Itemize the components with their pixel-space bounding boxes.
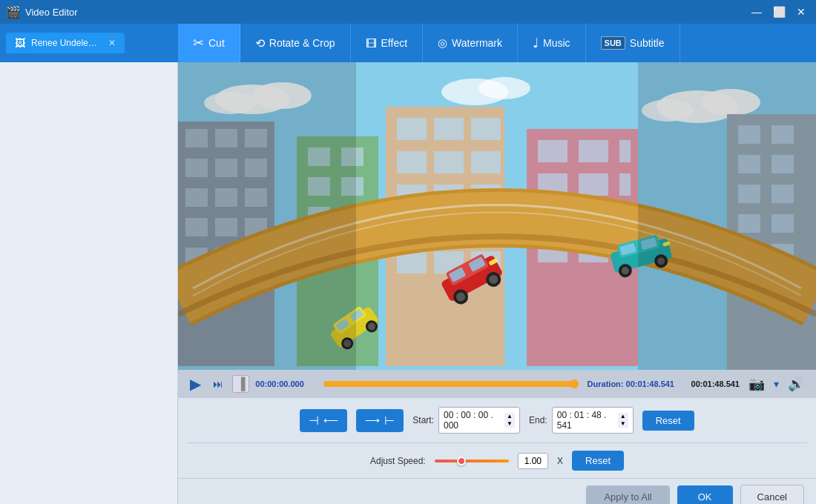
speed-x-label: X (557, 456, 563, 466)
tab-cut-label: Cut (208, 37, 225, 49)
play-button[interactable]: ▶ (187, 374, 204, 394)
current-time-label: 00:00:00.000 (255, 379, 315, 388)
end-time-input[interactable]: 00 : 01 : 48 . 541 ▲ ▼ (552, 407, 634, 434)
tab-effect-label: Effect (381, 37, 408, 49)
screenshot-button[interactable]: 📷 (746, 374, 768, 394)
sidebar-tab: 🖼 Renee Undeleter -... ✕ (0, 24, 178, 62)
svg-rect-47 (619, 173, 631, 196)
svg-rect-43 (579, 140, 608, 162)
music-icon: ♩ (533, 35, 539, 51)
start-time-down[interactable]: ▼ (504, 420, 515, 428)
cut-controls: ⊣ ⟵ ⟶ ⊢ Start: 00 : 00 : 00 . 000 ▲ ▼ (187, 404, 807, 437)
progress-track[interactable] (323, 381, 578, 387)
tab-bar: ✂ Cut ⟲ Rotate & Crop 🎞 Effect ◎ Waterma… (178, 24, 816, 62)
file-tab-icon: 🖼 (15, 37, 25, 49)
tab-watermark[interactable]: ◎ Watermark (423, 24, 518, 62)
app-title: Video Editor (25, 7, 78, 18)
svg-rect-100 (178, 62, 356, 370)
close-button[interactable]: ✕ (792, 3, 810, 21)
watermark-icon: ◎ (438, 36, 447, 50)
cut-reset-button[interactable]: Reset (642, 411, 694, 431)
end-time-label: 00:01:48.541 (680, 379, 740, 388)
apply-to-all-button[interactable]: Apply to All (586, 485, 669, 504)
tab-cut[interactable]: ✂ Cut (178, 24, 240, 62)
speed-value-display: 1.00 (518, 453, 548, 469)
minimize-button[interactable]: — (748, 3, 766, 21)
tab-music[interactable]: ♩ Music (518, 24, 586, 62)
svg-rect-27 (434, 118, 464, 140)
tab-watermark-label: Watermark (452, 37, 502, 49)
sidebar (0, 62, 178, 504)
svg-point-8 (478, 77, 530, 99)
svg-rect-31 (471, 151, 501, 173)
speed-thumb[interactable] (457, 457, 466, 465)
restore-button[interactable]: ⬜ (770, 3, 788, 21)
speed-label: Adjust Speed: (370, 456, 426, 466)
subtitle-icon: SUB (601, 36, 625, 50)
audio-button[interactable]: 🔊 (785, 374, 807, 394)
video-area: ▶ ⏭ ▐ 00:00:00.000 Duration: 00:01:48.54… (178, 62, 816, 504)
speed-reset-button[interactable]: Reset (572, 451, 624, 471)
end-time-value: 00 : 01 : 48 . 541 (557, 410, 616, 431)
end-time-up[interactable]: ▲ (618, 413, 628, 420)
effect-icon: 🎞 (366, 37, 377, 50)
speed-slider[interactable] (435, 460, 509, 462)
start-time-value: 00 : 00 : 00 . 000 (444, 410, 502, 431)
title-bar-controls: — ⬜ ✕ (748, 3, 810, 21)
progress-thumb[interactable] (570, 379, 579, 388)
video-player (178, 62, 816, 370)
svg-rect-44 (619, 140, 631, 162)
divider-1 (187, 442, 807, 443)
tab-rotate-crop-label: Rotate & Crop (269, 37, 335, 49)
speed-controls: Adjust Speed: 1.00 X Reset (187, 449, 807, 472)
ok-button[interactable]: OK (677, 485, 733, 504)
cut-right-arrow: ⟶ (365, 414, 380, 426)
bottom-bar: Apply to All OK Cancel (178, 478, 816, 504)
tab-subtitle-label: Subtitle (630, 37, 665, 49)
progress-fill (323, 381, 578, 387)
end-label: End: (529, 415, 547, 425)
start-time-input[interactable]: 00 : 00 : 00 . 000 ▲ ▼ (438, 407, 520, 434)
duration-label: Duration: 00:01:48.541 (588, 379, 674, 388)
step-forward-button[interactable]: ⏭ (210, 377, 226, 391)
timeline-bar: ▶ ⏭ ▐ 00:00:00.000 Duration: 00:01:48.54… (178, 370, 816, 398)
screenshot-controls: 📷 ▾ 🔊 (746, 374, 807, 394)
end-time-spinner[interactable]: ▲ ▼ (618, 413, 628, 428)
main-area: ▶ ⏭ ▐ 00:00:00.000 Duration: 00:01:48.54… (0, 62, 816, 504)
cut-icon: ✂ (193, 35, 204, 51)
volume-button[interactable]: ▾ (771, 377, 782, 391)
cut-left-arrow: ⟵ (323, 414, 338, 426)
video-scene (178, 62, 816, 370)
end-time-group: End: 00 : 01 : 48 . 541 ▲ ▼ (529, 407, 634, 434)
cut-right-button[interactable]: ⟶ ⊢ (356, 409, 404, 432)
tab-subtitle[interactable]: SUB Subtitle (586, 24, 680, 62)
svg-rect-30 (434, 151, 464, 173)
svg-rect-101 (638, 62, 816, 370)
start-time-group: Start: 00 : 00 : 00 . 000 ▲ ▼ (412, 407, 520, 434)
file-tab-label: Renee Undeleter -... (31, 38, 99, 48)
cut-left-button[interactable]: ⊣ ⟵ (300, 409, 347, 432)
svg-rect-28 (471, 118, 501, 140)
start-time-up[interactable]: ▲ (504, 413, 515, 420)
rotate-icon: ⟲ (255, 36, 265, 50)
file-tab-close-button[interactable]: ✕ (108, 38, 116, 48)
app-icon: 🎬 (6, 5, 21, 19)
tab-rotate-crop[interactable]: ⟲ Rotate & Crop (240, 24, 351, 62)
svg-rect-26 (397, 118, 427, 140)
start-time-spinner[interactable]: ▲ ▼ (504, 413, 515, 428)
start-label: Start: (412, 415, 434, 425)
tab-effect[interactable]: 🎞 Effect (351, 24, 424, 62)
cut-right-icon: ⊢ (384, 414, 395, 428)
title-bar-left: 🎬 Video Editor (6, 5, 78, 19)
svg-rect-46 (579, 173, 608, 196)
cancel-button[interactable]: Cancel (740, 485, 804, 504)
controls-area: ⊣ ⟵ ⟶ ⊢ Start: 00 : 00 : 00 . 000 ▲ ▼ (178, 398, 816, 478)
end-time-down[interactable]: ▼ (618, 420, 628, 428)
svg-rect-42 (538, 140, 567, 162)
cut-marker-button[interactable]: ▐ (232, 375, 249, 393)
svg-rect-29 (397, 151, 427, 173)
cut-left-icon: ⊣ (309, 414, 319, 428)
title-bar: 🎬 Video Editor — ⬜ ✕ (0, 0, 816, 24)
tab-music-label: Music (543, 37, 570, 49)
file-tab[interactable]: 🖼 Renee Undeleter -... ✕ (6, 33, 125, 53)
